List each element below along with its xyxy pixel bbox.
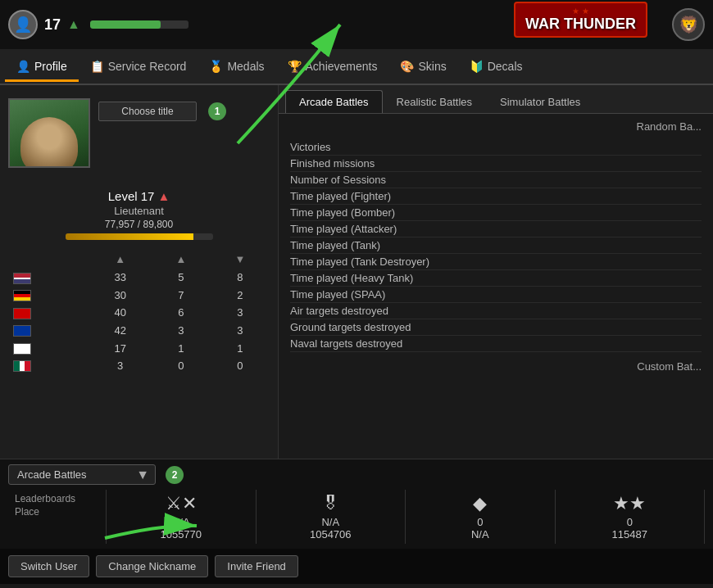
medals-label: Medals <box>227 60 264 73</box>
stat-v3: 8 <box>211 269 270 287</box>
nav-tabs: 👤 Profile 📋 Service Record 🏅 Medals 🏆 Ac… <box>0 49 713 85</box>
stat-v2: 7 <box>152 287 211 305</box>
profile-xp-bar <box>66 233 213 240</box>
level-up-icon: ▲ <box>157 189 170 203</box>
stats-list-item: Time played (Bomber) <box>290 205 702 221</box>
flag-cell <box>8 287 89 305</box>
invite-friend-button[interactable]: Invite Friend <box>215 555 298 577</box>
leaderboard-col-2: 🎖 N/A 1054706 <box>257 490 406 544</box>
medal-rank-icon: 🎖 <box>321 493 339 514</box>
tab-achievements[interactable]: 🏆 Achievements <box>276 53 389 82</box>
leaderboard-titles: Leaderboards Place <box>15 493 75 518</box>
stats-list-item: Ground targets destroyed <box>290 319 702 336</box>
stat-v1: 3 <box>89 357 152 375</box>
stat-v2: 3 <box>152 322 211 340</box>
leaderboard-col-3: ◆ 0 N/A <box>406 490 556 544</box>
switch-user-button[interactable]: Switch User <box>8 555 89 577</box>
service-record-icon: 📋 <box>90 60 104 73</box>
annotation-1: 1 <box>208 102 226 120</box>
battle-tab-arcade[interactable]: Arcade Battles <box>285 90 383 113</box>
tab-medals[interactable]: 🏅 Medals <box>198 53 275 82</box>
stat-v1: 40 <box>89 304 152 322</box>
battle-tab-simulator[interactable]: Simulator Battles <box>486 90 594 113</box>
stats-list-item: Time played (Tank) <box>290 237 702 254</box>
lb-col2-top: N/A <box>321 516 339 528</box>
stat-v2: 1 <box>152 339 211 357</box>
top-xp-fill <box>90 20 161 29</box>
stats-list-item: Finished missions <box>290 156 702 172</box>
bottom-buttons: Switch User Change Nickname Invite Frien… <box>0 549 713 584</box>
lb-col2-bottom: 1054706 <box>310 528 352 541</box>
battle-tab-realistic[interactable]: Realistic Battles <box>383 90 486 113</box>
flag-cell <box>8 304 89 322</box>
annotation-2: 2 <box>166 466 184 484</box>
profile-xp-fill <box>66 233 194 240</box>
top-level: 17 <box>44 16 61 34</box>
stat-v2: 0 <box>152 357 211 375</box>
nation-row: 42 3 3 <box>8 322 270 340</box>
rank-col-header: ▲ <box>89 250 152 269</box>
skins-label: Skins <box>418 60 446 73</box>
medals-icon: 🏅 <box>209 60 223 73</box>
swords-icon: ⚔✕ <box>166 493 197 514</box>
battle-dropdown-wrapper: Arcade Battles Realistic Battles Simulat… <box>8 464 156 485</box>
stat-v1: 17 <box>89 339 152 357</box>
change-nickname-button[interactable]: Change Nickname <box>96 555 208 577</box>
stats-list-item: Victories <box>290 139 702 156</box>
lb-col4-bottom: 115487 <box>612 528 647 541</box>
stats-list-item: Time played (Attacker) <box>290 221 702 237</box>
stat-v1: 33 <box>89 269 152 287</box>
stat-v3: 1 <box>211 339 270 357</box>
right-panel: Arcade Battles Realistic Battles Simulat… <box>279 85 713 459</box>
main-content: Choose title 1 Level 17 ▲ Lieutenant 77,… <box>0 85 713 459</box>
profile-top-row: Choose title 1 <box>8 98 270 174</box>
achievements-label: Achievements <box>306 60 378 73</box>
stars-icon: ★★ <box>613 493 646 514</box>
tab-skins[interactable]: 🎨 Skins <box>388 53 457 82</box>
deaths-col-header: ▼ <box>211 250 270 269</box>
decals-label: Decals <box>488 60 523 73</box>
stat-v3: 2 <box>211 287 270 305</box>
random-battle-header: Random Ba... <box>279 114 713 136</box>
nation-row: 33 5 8 <box>8 269 270 287</box>
flag-cell <box>8 269 89 287</box>
decals-icon: 🔰 <box>470 60 484 73</box>
achievements-icon: 🏆 <box>288 60 302 73</box>
flag-col-header <box>8 250 89 269</box>
profile-xp-text: 77,957 / 89,800 <box>8 219 270 230</box>
tab-service-record[interactable]: 📋 Service Record <box>79 53 198 82</box>
profile-level: Level 17 ▲ <box>8 189 270 203</box>
profile-avatar <box>8 98 90 168</box>
battle-tabs: Arcade Battles Realistic Battles Simulat… <box>279 85 713 114</box>
custom-battle-header: Custom Bat... <box>279 355 713 376</box>
profile-right-section: Choose title 1 <box>98 98 270 121</box>
profile-rank: Lieutenant <box>8 205 270 217</box>
rank-up-icon: ▲ <box>67 17 80 32</box>
stats-list-item: Time played (SPAA) <box>290 287 702 303</box>
level-text: Level 17 <box>108 189 155 203</box>
choose-title-button[interactable]: Choose title <box>98 102 197 121</box>
leaderboard-col-4: ★★ 0 115487 <box>556 490 706 544</box>
stats-list-item: Time played (Fighter) <box>290 188 702 205</box>
kills-col-header: ▲ <box>152 250 211 269</box>
flag-cell <box>8 322 89 340</box>
bottom-section: Arcade Battles Realistic Battles Simulat… <box>0 459 713 549</box>
battle-mode-dropdown[interactable]: Arcade Battles Realistic Battles Simulat… <box>8 464 156 485</box>
tab-decals[interactable]: 🔰 Decals <box>458 53 534 82</box>
leaderboard-row: Leaderboards Place ⚔✕ N/A 1055770 🎖 N/A … <box>0 490 713 544</box>
stats-list: VictoriesFinished missionsNumber of Sess… <box>279 136 713 355</box>
wt-logo: ★ ★ WAR THUNDER <box>514 2 647 38</box>
stat-v2: 5 <box>152 269 211 287</box>
flag-cell <box>8 339 89 357</box>
place-label: Place <box>15 506 75 518</box>
battle-mode-selector: Arcade Battles Realistic Battles Simulat… <box>0 459 713 490</box>
stat-v1: 30 <box>89 287 152 305</box>
lb-col4-top: 0 <box>627 516 633 528</box>
stat-v3: 0 <box>211 357 270 375</box>
stats-list-item: Naval targets destroyed <box>290 336 702 352</box>
tab-profile[interactable]: 👤 Profile <box>5 53 79 82</box>
top-bar: 👤 17 ▲ ★ ★ WAR THUNDER 🦁 <box>0 0 713 49</box>
lb-col3-top: 0 <box>477 516 483 528</box>
wt-stars: ★ ★ <box>525 7 636 16</box>
nation-row: 3 0 0 <box>8 357 270 375</box>
